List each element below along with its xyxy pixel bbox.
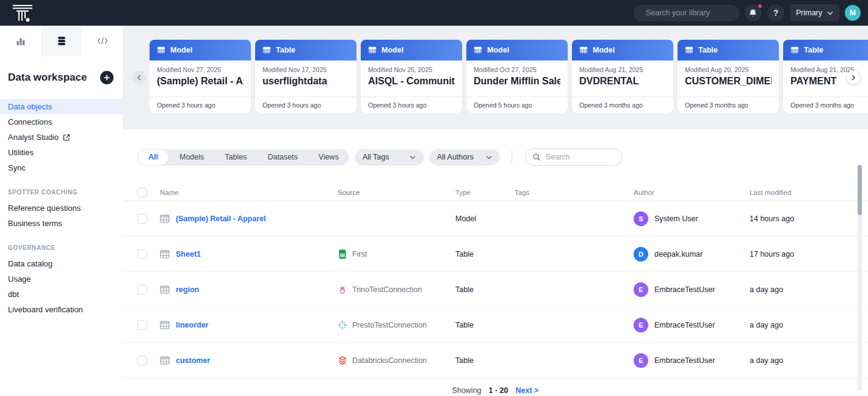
chevron-right-icon — [851, 75, 856, 81]
card-badge: Model — [593, 46, 615, 54]
recent-card[interactable]: Model Modified Oct 27, 2025 Dunder Miffl… — [466, 40, 568, 113]
showing-range: 1 - 20 — [489, 386, 508, 395]
notifications-button[interactable] — [745, 4, 762, 21]
sidebar-item-label: dbt — [8, 290, 19, 299]
next-page-link[interactable]: Next > — [516, 386, 539, 395]
author-avatar: S — [634, 211, 648, 226]
scrollbar-thumb[interactable] — [858, 165, 862, 215]
author-avatar-initial: E — [638, 321, 643, 329]
library-search-input[interactable] — [646, 9, 744, 17]
card-opened: Opened 3 hours ago — [150, 97, 251, 113]
carousel-next-button[interactable] — [847, 71, 860, 84]
sidebar-item-reference-questions[interactable]: Reference questions — [0, 200, 123, 216]
card-modified: Modified Nov 27, 2025 — [157, 66, 244, 73]
sidebar-item-usage[interactable]: Usage — [0, 271, 123, 287]
card-title: Dunder Mifflin Sales — [474, 76, 560, 87]
sidebar: Data workspace Data objects Connections … — [0, 26, 123, 396]
sidebar-item-label: Utilities — [8, 148, 34, 157]
org-switcher[interactable]: Primary — [790, 4, 839, 21]
card-modified: Modified Nov 25, 2025 — [368, 66, 455, 73]
filter-tab-views[interactable]: Views — [308, 149, 349, 166]
sidebar-item-analyst-studio[interactable]: Analyst Studio — [0, 130, 123, 145]
create-new-button[interactable] — [100, 71, 114, 84]
table-grid-icon — [160, 320, 170, 330]
sidebar-item-utilities[interactable]: Utilities — [0, 145, 123, 160]
table-row: Sheet1 First Table D deepak.kumar — [123, 237, 868, 272]
filter-tab-datasets[interactable]: Datasets — [257, 149, 308, 166]
google-sheets-icon — [338, 249, 347, 259]
object-name-link[interactable]: region — [176, 285, 199, 294]
row-checkbox[interactable] — [137, 285, 147, 295]
row-checkbox[interactable] — [137, 214, 147, 224]
library-search[interactable] — [634, 5, 739, 21]
presto-icon — [338, 320, 347, 330]
select-all-checkbox[interactable] — [137, 188, 147, 197]
recent-card[interactable]: Table Modified Aug 20, 2025 CUSTOMER_DIM… — [678, 40, 779, 113]
filter-tab-all[interactable]: All — [137, 149, 169, 166]
recent-card[interactable]: Model Modified Nov 27, 2025 (Sample) Ret… — [150, 40, 251, 113]
source-name: PrestoTestConnection — [352, 321, 427, 329]
section-header-spotter-coaching: SPOTTER COACHING — [0, 189, 123, 196]
filter-tab-models[interactable]: Models — [169, 149, 214, 166]
recent-card[interactable]: Model Modified Nov 25, 2025 AISQL - Comm… — [361, 40, 462, 113]
sidebar-item-sync[interactable]: Sync — [0, 160, 123, 175]
recent-card[interactable]: Model Modified Aug 21, 2025 DVDRENTAL Op… — [572, 40, 673, 113]
tab-data-workspace[interactable] — [41, 26, 82, 56]
card-modified: Modified Aug 21, 2025 — [579, 66, 666, 73]
source-name: TrinoTestConnection — [352, 285, 422, 294]
list-search-input[interactable] — [546, 153, 615, 161]
source-name: First — [352, 250, 367, 258]
filter-tab-tables[interactable]: Tables — [214, 149, 257, 166]
table-grid-icon — [474, 46, 482, 54]
table-row: (Sample) Retail - Apparel Model S System… — [123, 201, 868, 237]
sidebar-item-data-objects[interactable]: Data objects — [0, 99, 123, 114]
card-opened: Opened 3 hours ago — [361, 97, 462, 113]
chevron-left-icon — [137, 75, 142, 81]
author-name: deepak.kumar — [654, 250, 703, 258]
object-type: Model — [455, 215, 476, 223]
authors-filter-dropdown[interactable]: All Authors — [429, 149, 500, 166]
sidebar-item-label: Data catalog — [8, 259, 52, 268]
card-modified: Modified Oct 27, 2025 — [474, 66, 560, 73]
thoughtspot-logo[interactable] — [10, 4, 35, 22]
sidebar-item-label: Liveboard verification — [8, 305, 83, 314]
row-checkbox[interactable] — [137, 356, 147, 365]
filter-toolbar: All Models Tables Datasets Views All Tag… — [137, 148, 868, 166]
card-opened: Opened 3 months ago — [572, 97, 673, 113]
user-avatar[interactable]: M — [845, 5, 861, 21]
sidebar-item-label: Analyst Studio — [8, 133, 59, 142]
sidebar-item-liveboard-verification[interactable]: Liveboard verification — [0, 302, 123, 317]
row-checkbox[interactable] — [137, 249, 147, 259]
object-name-link[interactable]: Sheet1 — [176, 250, 201, 258]
plus-icon — [103, 74, 110, 81]
table-grid-icon — [160, 214, 170, 224]
database-icon — [57, 36, 67, 46]
object-type: Table — [455, 285, 474, 294]
external-link-icon — [63, 134, 70, 141]
tab-developer[interactable] — [82, 26, 123, 56]
row-checkbox[interactable] — [137, 320, 147, 330]
sidebar-item-business-terms[interactable]: Business terms — [0, 216, 123, 231]
object-name-link[interactable]: (Sample) Retail - Apparel — [176, 215, 266, 223]
scrollbar-track[interactable] — [858, 164, 862, 391]
tags-filter-dropdown[interactable]: All Tags — [355, 149, 424, 166]
help-button[interactable]: ? — [767, 4, 784, 21]
pagination: Showing 1 - 20 Next > — [123, 386, 868, 395]
list-search[interactable] — [525, 148, 623, 166]
object-name-link[interactable]: customer — [176, 356, 210, 365]
thoughtspot-logo-icon — [10, 4, 35, 22]
object-name-link[interactable]: lineorder — [176, 321, 209, 329]
table-grid-icon — [160, 249, 170, 259]
sidebar-item-data-catalog[interactable]: Data catalog — [0, 256, 123, 271]
tab-insights[interactable] — [0, 26, 41, 56]
sidebar-item-dbt[interactable]: dbt — [0, 287, 123, 302]
last-modified: 14 hours ago — [750, 215, 794, 223]
recent-card[interactable]: Table Modified Nov 17, 2025 userflightda… — [255, 40, 356, 113]
object-type: Table — [455, 250, 474, 258]
author-avatar-initial: E — [638, 286, 643, 293]
sidebar-item-connections[interactable]: Connections — [0, 114, 123, 130]
carousel-prev-button[interactable] — [132, 71, 146, 84]
bell-icon — [748, 9, 758, 18]
table-row: customer DatabricksConnection Table E — [123, 343, 868, 378]
author-avatar-initial: S — [638, 215, 643, 222]
